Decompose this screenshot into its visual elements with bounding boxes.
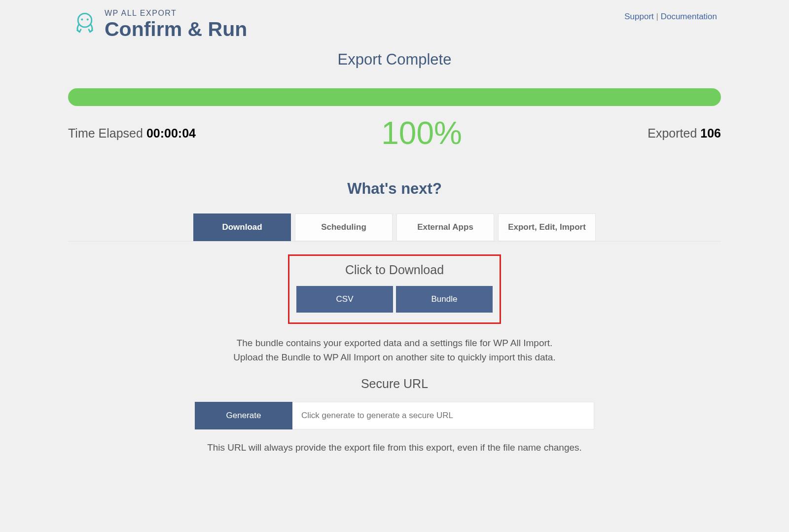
- time-elapsed: Time Elapsed 00:00:04: [68, 126, 196, 141]
- svg-point-0: [78, 13, 92, 27]
- whats-next-title: What's next?: [68, 180, 721, 198]
- secure-url-note: This URL will always provide the export …: [68, 442, 721, 468]
- header-links: Support | Documentation: [624, 9, 717, 22]
- tabs-row: Download Scheduling External Apps Export…: [68, 213, 721, 242]
- stats-row: Time Elapsed 00:00:04 100% Exported 106: [68, 115, 721, 151]
- time-elapsed-label: Time Elapsed: [68, 126, 143, 140]
- bundle-desc-line1: The bundle contains your exported data a…: [68, 336, 721, 350]
- exported-value: 106: [700, 126, 721, 140]
- header-left: WP ALL EXPORT Confirm & Run: [72, 9, 247, 40]
- link-separator: |: [654, 12, 661, 21]
- download-bundle-button[interactable]: Bundle: [396, 286, 493, 313]
- secure-url-title: Secure URL: [68, 377, 721, 391]
- tab-scheduling[interactable]: Scheduling: [295, 213, 393, 241]
- exported-count: Exported 106: [647, 126, 721, 141]
- progress-percent: 100%: [381, 115, 462, 151]
- export-status-title: Export Complete: [68, 51, 721, 69]
- progress-bar: [68, 88, 721, 106]
- tab-download[interactable]: Download: [193, 213, 291, 241]
- download-csv-button[interactable]: CSV: [296, 286, 393, 313]
- bundle-description: The bundle contains your exported data a…: [68, 336, 721, 365]
- tab-export-edit-import[interactable]: Export, Edit, Import: [498, 213, 596, 241]
- svg-point-2: [87, 18, 89, 20]
- bundle-desc-line2: Upload the Bundle to WP All Import on an…: [68, 350, 721, 364]
- generate-button[interactable]: Generate: [195, 402, 292, 429]
- octopus-logo-icon: [72, 9, 98, 35]
- secure-url-field[interactable]: [292, 402, 594, 429]
- svg-point-1: [81, 18, 83, 20]
- download-highlight-box: Click to Download CSV Bundle: [288, 254, 501, 324]
- secure-url-row: Generate: [68, 402, 721, 429]
- tab-external-apps[interactable]: External Apps: [396, 213, 494, 241]
- exported-label: Exported: [647, 126, 697, 140]
- product-name: WP ALL EXPORT: [105, 9, 247, 18]
- page-title: Confirm & Run: [105, 19, 247, 40]
- page-header: WP ALL EXPORT Confirm & Run Support | Do…: [68, 0, 721, 40]
- documentation-link[interactable]: Documentation: [661, 12, 717, 21]
- support-link[interactable]: Support: [624, 12, 654, 21]
- time-elapsed-value: 00:00:04: [146, 126, 196, 140]
- click-to-download-title: Click to Download: [294, 263, 495, 277]
